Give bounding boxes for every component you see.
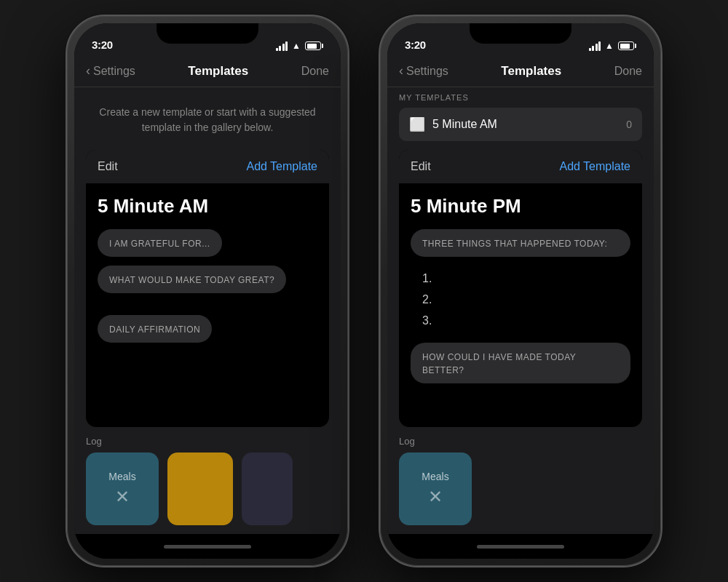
prompt-text-2: WHAT WOULD MAKE TODAY GREAT?	[109, 275, 274, 285]
home-bar-2	[477, 545, 564, 549]
template-prompt-3: DAILY AFFIRMATION	[98, 315, 212, 343]
nav-title-2: Templates	[501, 64, 561, 79]
screen-content-2: MY TEMPLATES ⬜ 5 Minute AM 0 Edit Add Te…	[387, 87, 654, 534]
back-label-2: Settings	[406, 65, 448, 78]
template-card-body: 5 Minute AM I AM GRATEFUL FOR... WHAT WO…	[86, 183, 329, 363]
list-item-1: 1.	[422, 268, 619, 290]
meals-label-2: Meals	[422, 471, 448, 482]
back-arrow-icon: ‹	[86, 63, 90, 79]
utensils-icon: ✕	[115, 487, 130, 507]
template-card-header: Edit Add Template	[86, 150, 329, 183]
bottom-area-2: Log Meals ✕	[387, 427, 654, 534]
power-button-2	[661, 162, 662, 234]
template-card-body-2: 5 Minute PM THREE THINGS THAT HAPPENED T…	[399, 183, 642, 401]
volume-down-button-2	[379, 209, 380, 260]
template-prompt-pm-1: THREE THINGS THAT HAPPENED TODAY:	[411, 229, 630, 257]
home-bar	[164, 545, 251, 549]
template-name-2: 5 Minute PM	[411, 195, 630, 218]
phone-2-body: 3:20 ▲	[379, 15, 662, 567]
template-name: 5 Minute AM	[98, 195, 317, 218]
bottom-row: Meals ✕	[86, 453, 329, 525]
battery-icon	[305, 41, 323, 50]
home-indicator-2	[387, 534, 654, 559]
notch-2	[470, 23, 571, 44]
phone-2-screen: 3:20 ▲	[387, 23, 654, 559]
meals-tile[interactable]: Meals ✕	[86, 453, 159, 525]
screen-content: Create a new template or start with a su…	[74, 87, 341, 534]
phone-1: 3:20 ▲	[66, 15, 349, 567]
power-button	[348, 162, 349, 234]
done-button[interactable]: Done	[301, 65, 329, 78]
prompt-text-pm-1: THREE THINGS THAT HAPPENED TODAY:	[422, 239, 607, 249]
phone-1-body: 3:20 ▲	[66, 15, 349, 567]
back-arrow-icon-2: ‹	[399, 63, 403, 79]
add-template-button[interactable]: Add Template	[246, 160, 317, 173]
signal-icon-2	[589, 41, 601, 51]
template-prompt-2: WHAT WOULD MAKE TODAY GREAT?	[98, 266, 286, 293]
meals-tile-2[interactable]: Meals ✕	[399, 453, 472, 525]
list-item-3: 3.	[422, 311, 619, 332]
template-row-count: 0	[626, 119, 632, 130]
numbered-list: 1. 2. 3.	[411, 263, 630, 343]
template-card-header-2: Edit Add Template	[399, 150, 642, 183]
silent-button	[66, 111, 67, 137]
my-templates-section: MY TEMPLATES ⬜ 5 Minute AM 0	[387, 87, 654, 144]
template-row[interactable]: ⬜ 5 Minute AM 0	[399, 108, 642, 141]
phone-2: 3:20 ▲	[379, 15, 662, 567]
bottom-row-2: Meals ✕	[399, 453, 642, 525]
golden-tile	[167, 453, 233, 525]
add-template-button-2[interactable]: Add Template	[559, 160, 630, 173]
signal-icon	[276, 41, 288, 51]
log-label-2: Log	[399, 436, 642, 447]
template-card-pm: Edit Add Template 5 Minute PM THREE THIN…	[399, 150, 642, 427]
template-prompt-pm-2: HOW COULD I HAVE MADE TODAY BETTER?	[411, 343, 630, 383]
log-label: Log	[86, 436, 329, 447]
done-button-2[interactable]: Done	[614, 65, 642, 78]
document-icon: ⬜	[409, 116, 425, 132]
intro-text: Create a new template or start with a su…	[74, 87, 341, 150]
bottom-area: Log Meals ✕	[74, 427, 341, 534]
prompt-text-3: DAILY AFFIRMATION	[109, 324, 200, 335]
home-indicator	[74, 534, 341, 559]
edit-button[interactable]: Edit	[98, 160, 118, 173]
wifi-icon-2: ▲	[605, 41, 614, 51]
volume-down-button	[66, 209, 67, 260]
prompt-text-1: I AM GRATEFUL FOR...	[109, 239, 210, 249]
status-icons: ▲	[276, 41, 323, 51]
notch	[157, 23, 258, 44]
back-label: Settings	[93, 65, 135, 78]
volume-up-button-2	[379, 147, 380, 198]
battery-icon-2	[618, 41, 636, 50]
status-time: 3:20	[92, 39, 113, 51]
dark-tile	[242, 453, 293, 525]
status-time-2: 3:20	[405, 39, 426, 51]
phone-1-screen: 3:20 ▲	[74, 23, 341, 559]
nav-bar-2: ‹ Settings Templates Done	[387, 55, 654, 87]
list-item-2: 2.	[422, 290, 619, 311]
template-card-am: Edit Add Template 5 Minute AM I AM GRATE…	[86, 150, 329, 427]
prompt-text-pm-2: HOW COULD I HAVE MADE TODAY BETTER?	[422, 352, 576, 375]
edit-button-2[interactable]: Edit	[411, 160, 431, 173]
utensils-icon-2: ✕	[428, 487, 443, 507]
meals-label: Meals	[108, 471, 135, 482]
back-button-2[interactable]: ‹ Settings	[399, 63, 448, 79]
silent-button-2	[379, 111, 380, 137]
back-button[interactable]: ‹ Settings	[86, 63, 135, 79]
wifi-icon: ▲	[292, 41, 301, 51]
template-row-name: 5 Minute AM	[432, 118, 619, 131]
template-prompt-1: I AM GRATEFUL FOR...	[98, 229, 222, 257]
nav-bar: ‹ Settings Templates Done	[74, 55, 341, 87]
status-icons-2: ▲	[589, 41, 636, 51]
nav-title: Templates	[188, 64, 248, 79]
my-templates-label: MY TEMPLATES	[399, 93, 642, 102]
volume-up-button	[66, 147, 67, 198]
